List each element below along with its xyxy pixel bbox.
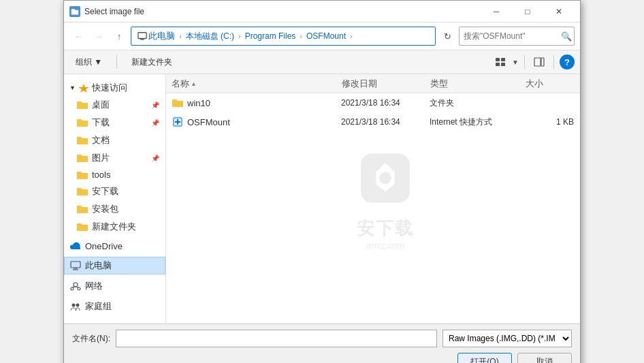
pin-icon-downloads: 📌 [151,119,159,127]
col-header-size[interactable]: 大小 [523,74,577,93]
minimize-button[interactable]: ─ [481,1,512,22]
sidebar-section-thispc: 此电脑 [64,257,165,274]
filename-input[interactable] [116,330,437,347]
filename-row: 文件名(N): Raw Images (.IMG,.DD) (*.IM [72,330,572,347]
sidebar-section-homegroup: 家庭组 [64,298,165,315]
sidebar-item-downloads[interactable]: 下载 📌 [64,114,165,131]
folder-icon-pictures [77,153,88,163]
star-icon [78,83,89,93]
toolbar-separator [116,55,117,69]
buttons-row: 打开(O) 取消 [72,353,572,363]
breadcrumb-item-osfmount[interactable]: OSFMount [304,30,348,42]
svg-rect-1 [140,39,144,40]
toolbar-separator-3 [553,55,554,69]
svg-rect-5 [496,63,500,66]
sidebar-desktop-label: 桌面 [92,99,110,111]
search-input[interactable] [459,27,575,46]
sidebar-downloads-label: 下载 [92,116,110,129]
file-row-osfmount[interactable]: OSFMount 2021/3/18 16:34 Internet 快捷方式 1… [166,112,580,131]
help-button[interactable]: ? [560,54,575,69]
col-header-type[interactable]: 类型 [428,74,523,93]
back-button[interactable]: ← [69,27,87,45]
sidebar-item-newfolder[interactable]: 新建文件夹 [64,218,165,236]
sidebar-item-homegroup[interactable]: 家庭组 [64,298,165,315]
sidebar-item-thispc[interactable]: 此电脑 [64,257,165,274]
sidebar-tools-label: tools [92,170,110,180]
onedrive-icon [70,242,81,251]
quick-access-header[interactable]: ▼ 快速访问 [64,80,165,96]
content-area: ▼ 快速访问 桌面 📌 下载 📌 文档 [64,74,580,323]
cell-date-osfmount: 2021/3/18 16:34 [338,117,427,127]
svg-rect-6 [501,63,505,66]
title-text: Select image file [84,7,481,16]
folder-icon-documents [77,136,88,145]
svg-rect-4 [501,58,505,61]
organize-button[interactable]: 组织 ▼ [69,54,108,71]
toolbar-right: ▼ ? [492,53,575,71]
filename-osfmount: OSFMount [187,117,230,127]
file-row-win10[interactable]: win10 2021/3/18 16:34 文件夹 [166,93,580,112]
filetype-select[interactable]: Raw Images (.IMG,.DD) (*.IM [442,330,572,347]
forward-button[interactable]: → [90,27,108,45]
sidebar-item-onedrive[interactable]: OneDrive [64,238,165,254]
quick-access-label: 快速访问 [92,82,127,94]
breadcrumb-item-c[interactable]: 本地磁盘 (C:) [184,29,236,44]
sidebar-item-setup[interactable]: 安装包 [64,200,165,218]
sidebar-item-documents[interactable]: 文档 [64,131,165,149]
sidebar-item-desktop[interactable]: 桌面 📌 [64,96,165,114]
view-options-button[interactable] [492,53,509,71]
sidebar-item-pictures[interactable]: 图片 📌 [64,149,165,167]
cancel-button[interactable]: 取消 [517,353,572,363]
pin-icon-pictures: 📌 [151,155,159,162]
svg-point-13 [74,283,78,287]
sidebar-item-network[interactable]: 网络 [64,277,165,295]
svg-line-17 [76,287,79,287]
folder-icon-anxz [77,187,88,196]
new-folder-button[interactable]: 新建文件夹 [125,54,178,71]
file-list-area: 安下载 anxz.com 名称 ▲ 修改日期 类型 大小 [166,74,580,323]
file-rows: win10 2021/3/18 16:34 文件夹 OSFMount [166,93,580,323]
breadcrumb-pc-label: 此电脑 [148,30,175,42]
svg-rect-0 [138,33,146,39]
sidebar-pictures-label: 图片 [92,152,110,164]
col-header-date[interactable]: 修改日期 [339,74,428,93]
cell-date-win10: 2021/3/18 16:34 [338,98,427,108]
folder-icon-win10 [172,98,183,108]
sidebar-newfolder-label: 新建文件夹 [92,221,136,233]
address-bar: ← → ↑ 此电脑 › 本地磁盘 (C:) › Program Files › … [64,22,580,50]
preview-pane-button[interactable] [530,53,548,71]
sidebar-section-quickaccess: ▼ 快速访问 桌面 📌 下载 📌 文档 [64,80,165,236]
col-date-label: 修改日期 [342,78,377,90]
folder-icon-setup [77,204,88,214]
folder-icon-downloads [77,118,88,127]
sidebar-item-anxz[interactable]: 安下载 [64,183,165,200]
link-icon-osfmount [172,116,183,127]
filename-win10: win10 [187,98,210,108]
up-button[interactable]: ↑ [110,27,128,45]
sidebar: ▼ 快速访问 桌面 📌 下载 📌 文档 [64,74,166,323]
search-button[interactable]: 🔍 [561,31,572,42]
col-header-name[interactable]: 名称 ▲ [169,74,339,93]
toolbar: 组织 ▼ 新建文件夹 ▼ ? [64,50,580,74]
breadcrumb-item-programfiles[interactable]: Program Files [243,30,298,42]
search-wrapper: 🔍 [459,27,575,46]
network-icon [70,281,81,291]
cell-name-win10: win10 [170,98,338,108]
breadcrumb-item-pc[interactable]: 此电脑 [135,29,177,44]
sort-icon-name: ▲ [191,80,197,87]
cell-type-win10: 文件夹 [427,97,522,109]
cell-name-osfmount: OSFMount [170,116,338,127]
svg-point-14 [71,287,74,290]
title-bar: Select image file ─ □ ✕ [64,1,580,22]
close-button[interactable]: ✕ [543,1,575,22]
view-dropdown-arrow: ▼ [512,59,519,66]
sidebar-pc-label: 此电脑 [85,259,112,272]
column-headers: 名称 ▲ 修改日期 类型 大小 [166,74,580,93]
sidebar-network-label: 网络 [85,280,103,292]
maximize-button[interactable]: □ [512,1,543,22]
sidebar-item-tools[interactable]: tools [64,167,165,183]
col-type-label: 类型 [430,78,448,90]
open-button[interactable]: 打开(O) [457,353,512,363]
refresh-button[interactable]: ↻ [438,27,456,45]
title-bar-buttons: ─ □ ✕ [481,1,575,22]
